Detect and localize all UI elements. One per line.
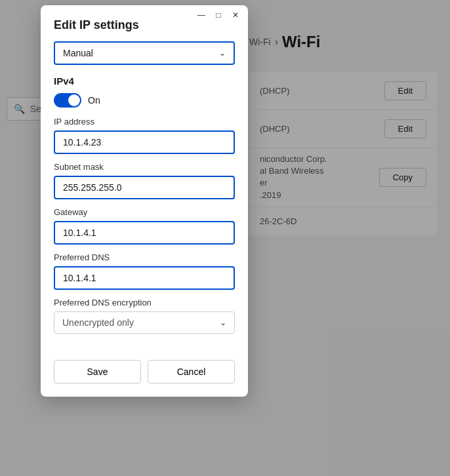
subnet-mask-input[interactable] — [54, 176, 235, 199]
dns-encryption-label: Preferred DNS encryption — [54, 298, 235, 307]
ipv4-toggle[interactable] — [54, 93, 81, 108]
subnet-mask-label: Subnet mask — [54, 162, 235, 172]
edit-ip-dialog: — □ ✕ Edit IP settings Manual ⌄ IPv4 On … — [41, 5, 248, 397]
ip-address-label: IP address — [54, 117, 235, 127]
gateway-input[interactable] — [54, 221, 235, 245]
modal-footer: Save Cancel — [54, 353, 235, 384]
ip-address-field-group: IP address — [54, 117, 235, 154]
ip-config-arrow-icon: ⌄ — [219, 49, 226, 58]
dns-encryption-arrow-icon: ⌄ — [220, 318, 226, 327]
gateway-label: Gateway — [54, 207, 235, 217]
preferred-dns-label: Preferred DNS — [54, 252, 235, 262]
dialog-title: Edit IP settings — [54, 18, 195, 32]
ip-config-dropdown[interactable]: Manual ⌄ — [54, 41, 235, 65]
save-button[interactable]: Save — [54, 360, 141, 384]
dns-encryption-value: Unencrypted only — [62, 317, 134, 328]
minimize-button[interactable]: — — [195, 9, 207, 21]
modal-titlebar: — □ ✕ — [189, 5, 248, 25]
preferred-dns-input[interactable] — [54, 266, 235, 290]
ip-address-input[interactable] — [54, 130, 235, 154]
maximize-button[interactable]: □ — [213, 9, 224, 21]
cancel-button[interactable]: Cancel — [148, 360, 235, 384]
dns-encryption-dropdown[interactable]: Unencrypted only ⌄ — [54, 311, 235, 334]
ip-config-value: Manual — [63, 48, 93, 58]
subnet-mask-field-group: Subnet mask — [54, 162, 235, 199]
ipv4-section-label: IPv4 — [54, 75, 235, 87]
modal-scroll-area: Edit IP settings Manual ⌄ IPv4 On IP add… — [54, 18, 235, 344]
preferred-dns-field-group: Preferred DNS — [54, 252, 235, 290]
ipv4-toggle-label: On — [88, 95, 100, 106]
dns-encryption-group: Preferred DNS encryption Unencrypted onl… — [54, 298, 235, 334]
gateway-field-group: Gateway — [54, 207, 235, 245]
ipv4-toggle-row: On — [54, 93, 235, 108]
close-button[interactable]: ✕ — [230, 9, 241, 21]
